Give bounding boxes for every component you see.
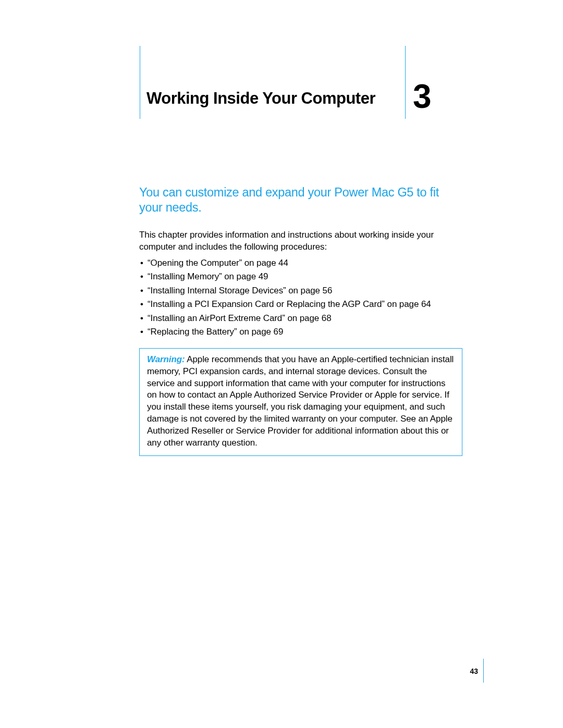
warning-label: Warning: [147,354,185,364]
list-item: “Opening the Computer” on page 44 [139,256,462,270]
divider-rule-right [405,46,406,119]
list-item: “Replacing the Battery” on page 69 [139,325,462,339]
warning-box: Warning: Apple recommends that you have … [139,348,462,456]
list-item: “Installing Internal Storage Devices” on… [139,284,462,298]
chapter-number: 3 [413,80,432,113]
warning-paragraph: Warning: Apple recommends that you have … [147,354,455,450]
page-number: 43 [470,667,478,675]
document-page: Working Inside Your Computer 3 You can c… [0,0,563,728]
footer-rule [483,659,484,683]
list-item: “Installing Memory” on page 49 [139,270,462,283]
procedure-list: “Opening the Computer” on page 44 “Insta… [139,256,462,339]
divider-rule-left [140,46,140,119]
list-item: “Installing a PCI Expansion Card or Repl… [139,298,462,311]
intro-text: You can customize and expand your Power … [139,185,462,216]
list-item: “Installing an AirPort Extreme Card” on … [139,312,462,325]
content-area: You can customize and expand your Power … [139,185,462,456]
body-paragraph: This chapter provides information and in… [139,229,462,253]
warning-body: Apple recommends that you have an Apple-… [147,354,454,448]
chapter-title: Working Inside Your Computer [146,89,375,108]
